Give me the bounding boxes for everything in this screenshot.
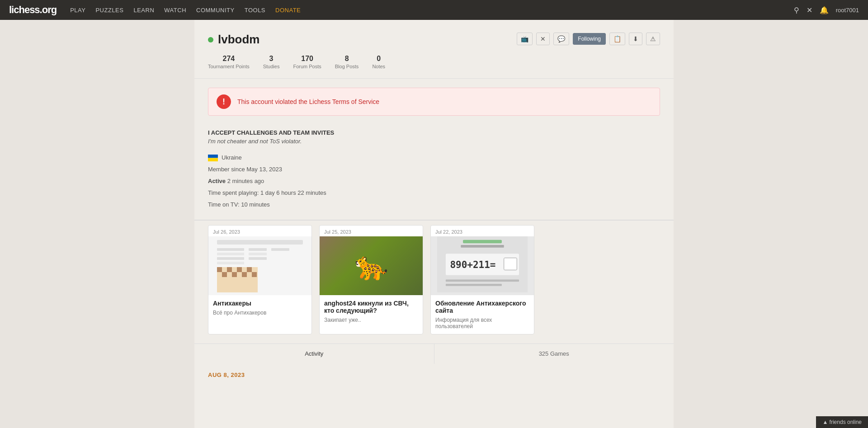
member-since: Member since May 13, 2023 [208,164,660,175]
card-3-body: Обновление Антихакерского сайта Информац… [431,295,534,334]
nav-tools[interactable]: TOOLS [245,7,265,14]
card-1-title: Антихакеры [213,300,307,307]
card-1-date: Jul 26, 2023 [208,226,311,236]
forum-posts-value: 170 [301,55,313,63]
page-body: lvbodm 274 Tournament Points 3 Studies 1… [0,0,868,428]
report-button[interactable]: ⚠ [646,33,660,45]
stat-tournament-points: 274 Tournament Points [208,55,250,69]
close-icon[interactable]: ✕ [807,6,812,14]
download-button[interactable]: ⬇ [629,33,642,45]
card-2-desc: Закипает уже.. [324,317,418,323]
active-label: Active [208,178,226,184]
svg-rect-20 [252,272,257,277]
nav-learn[interactable]: LEARN [133,7,154,14]
tournament-points-value: 274 [223,55,235,63]
notes-button[interactable]: 📋 [609,33,625,45]
svg-text:890+211=: 890+211= [450,259,495,270]
warning-icon: ! [217,94,231,109]
stat-notes: 0 Notes [372,55,385,69]
profile-actions: 📺 ✕ 💬 Following 📋 ⬇ ⚠ [517,33,660,45]
svg-rect-0 [208,155,218,158]
nav-right: ⚲ ✕ 🔔 root7001 [794,6,859,14]
card-3-date: Jul 22, 2023 [431,226,534,236]
blog-cards: Jul 26, 2023 [208,225,660,334]
forum-posts-label: Forum Posts [293,64,321,69]
profile-stats: 274 Tournament Points 3 Studies 170 Foru… [208,55,660,69]
svg-rect-8 [249,253,267,255]
blog-card-2[interactable]: Jul 25, 2023 anghost24 кикнули из СВЧ, к… [319,225,423,334]
card-2-title: anghost24 кикнули из СВЧ, кто следующий? [324,300,418,314]
friends-bar[interactable]: ▲ friends online [816,416,868,428]
site-logo[interactable]: lichess.org [9,4,57,16]
blog-card-1[interactable]: Jul 26, 2023 [208,225,312,334]
nav-community[interactable]: COMMUNITY [196,7,235,14]
nav-donate[interactable]: DONATE [275,7,301,14]
bio-text: I'm not cheater and not ToS violator. [208,138,660,145]
svg-rect-3 [217,240,303,245]
search-icon[interactable]: ⚲ [794,6,799,14]
message-button[interactable]: 💬 [553,33,569,45]
svg-rect-9 [217,257,244,260]
notes-value: 0 [377,55,381,63]
svg-rect-15 [237,267,242,272]
stat-blog-posts: 8 Blog Posts [335,55,359,69]
challenge-button[interactable]: ✕ [536,33,550,45]
notification-icon[interactable]: 🔔 [820,6,829,14]
svg-rect-13 [217,267,222,272]
card-2-body: anghost24 кикнули из СВЧ, кто следующий?… [320,295,423,328]
activity-date: AUG 8, 2023 [208,372,660,378]
stat-forum-posts: 170 Forum Posts [293,55,321,69]
svg-rect-7 [217,253,244,255]
svg-rect-27 [446,279,519,282]
tab-activity[interactable]: Activity [194,344,434,364]
warning-text: This account violated the Lichess Terms … [237,98,379,105]
active-time: 2 minutes ago [227,178,264,184]
card-1-desc: Всё про Антихакеров [213,310,307,316]
nav-links: PLAY PUZZLES LEARN WATCH COMMUNITY TOOLS… [70,7,794,14]
svg-rect-22 [463,240,502,244]
time-tv-value: 10 minutes [241,201,270,208]
nav-puzzles[interactable]: PUZZLES [95,7,123,14]
blog-card-3[interactable]: Jul 22, 2023 890+211= [430,225,534,334]
svg-rect-10 [249,257,267,260]
svg-rect-23 [461,245,504,248]
nav-play[interactable]: PLAY [70,7,85,14]
svg-rect-4 [217,248,244,251]
stat-studies: 3 Studies [263,55,280,69]
card-2-image [320,236,423,295]
activity-section: AUG 8, 2023 [194,364,674,390]
tab-games[interactable]: 325 Games [434,344,674,364]
time-tv-row: Time on TV: 10 minutes [208,199,660,211]
profile-meta: Ukraine Member since May 13, 2023 Active… [208,152,660,211]
blog-posts-label: Blog Posts [335,64,359,69]
card-3-title: Обновление Антихакерского сайта [435,300,529,314]
studies-value: 3 [269,55,274,63]
nav-watch[interactable]: WATCH [164,7,186,14]
svg-rect-5 [249,248,267,251]
svg-rect-26 [504,258,517,270]
top-navigation: lichess.org PLAY PUZZLES LEARN WATCH COM… [0,0,868,20]
svg-rect-28 [446,284,502,286]
svg-rect-18 [232,272,237,277]
country-label: Ukraine [222,152,242,164]
ukraine-flag-icon [208,155,218,161]
svg-rect-17 [222,272,227,277]
svg-rect-14 [227,267,232,272]
svg-rect-6 [271,248,289,251]
tournament-points-label: Tournament Points [208,64,250,69]
svg-rect-1 [208,158,218,161]
country-row: Ukraine [208,152,660,164]
card-3-desc: Информация для всех пользователей [435,317,529,329]
tv-button[interactable]: 📺 [517,33,533,45]
following-button[interactable]: Following [573,33,606,45]
svg-rect-19 [242,272,247,277]
profile-header: lvbodm 274 Tournament Points 3 Studies 1… [194,20,674,79]
online-indicator [208,37,213,42]
nav-username[interactable]: root7001 [836,7,859,14]
time-playing-label: Time spent playing: [208,189,259,196]
time-playing-row: Time spent playing: 1 day 6 hours 22 min… [208,187,660,199]
active-status: Active 2 minutes ago [208,175,660,187]
studies-label: Studies [263,64,280,69]
card-1-image [208,236,311,295]
blog-posts-value: 8 [345,55,349,63]
